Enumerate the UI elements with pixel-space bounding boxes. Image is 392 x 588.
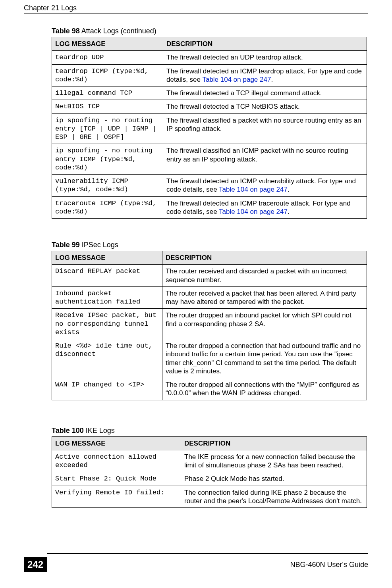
table-row: traceroute ICMP (type:%d, code:%d) The f… bbox=[52, 196, 367, 219]
table-row: vulnerability ICMP (type:%d, code:%d) Th… bbox=[52, 175, 367, 197]
table100-col2-header: DESCRIPTION bbox=[181, 436, 367, 450]
table98: LOG MESSAGE DESCRIPTION teardrop UDP The… bbox=[52, 37, 367, 219]
table98-caption-label: Table 98 bbox=[52, 27, 80, 35]
table100-caption: Table 100 IKE Logs bbox=[52, 427, 367, 435]
log-description: The router received and discarded a pack… bbox=[162, 265, 367, 287]
footer-guide: NBG-460N User's Guide bbox=[290, 561, 368, 569]
page-number: 242 bbox=[24, 557, 47, 572]
table-row: Receive IPSec packet, but no correspondi… bbox=[52, 309, 367, 339]
table-row: Active connection allowed exceeded The I… bbox=[52, 450, 367, 472]
cross-reference-link[interactable]: Table 104 on page 247 bbox=[219, 186, 288, 193]
page-content: Table 98 Attack Logs (continued) LOG MES… bbox=[52, 24, 367, 508]
table-header-row: LOG MESSAGE DESCRIPTION bbox=[52, 37, 367, 51]
table-row: NetBIOS TCP The firewall detected a TCP … bbox=[52, 100, 367, 113]
log-message: teardrop ICMP (type:%d, code:%d) bbox=[52, 64, 163, 86]
desc-text: The firewall detected a TCP illegal comm… bbox=[166, 89, 322, 97]
desc-text: The firewall detected an UDP teardrop at… bbox=[166, 54, 303, 61]
table-row: teardrop ICMP (type:%d, code:%d) The fir… bbox=[52, 64, 367, 86]
table98-col1-header: LOG MESSAGE bbox=[52, 37, 163, 51]
log-message: Discard REPLAY packet bbox=[52, 265, 162, 287]
log-description: The router dropped an inbound packet for… bbox=[162, 309, 367, 339]
log-message: traceroute ICMP (type:%d, code:%d) bbox=[52, 196, 163, 219]
header-rule bbox=[24, 13, 368, 13]
table100-col1-header: LOG MESSAGE bbox=[52, 436, 181, 450]
table99-col1-header: LOG MESSAGE bbox=[52, 251, 162, 265]
log-description: The connection failed during IKE phase 2… bbox=[181, 486, 367, 508]
log-message: Verifying Remote ID failed: bbox=[52, 486, 181, 508]
cross-reference-link[interactable]: Table 104 on page 247 bbox=[202, 76, 271, 83]
table99: LOG MESSAGE DESCRIPTION Discard REPLAY p… bbox=[52, 251, 367, 400]
log-message: ip spoofing - no routing entry [TCP | UD… bbox=[52, 113, 163, 144]
log-message: ip spoofing - no routing entry ICMP (typ… bbox=[52, 144, 163, 175]
table99-caption: Table 99 IPSec Logs bbox=[52, 241, 367, 249]
log-message: WAN IP changed to <IP> bbox=[52, 378, 162, 400]
log-description: The firewall detected an ICMP teardrop a… bbox=[163, 64, 367, 86]
log-description: Phase 2 Quick Mode has started. bbox=[181, 472, 367, 486]
log-description: The router received a packet that has be… bbox=[162, 286, 367, 309]
log-message: Active connection allowed exceeded bbox=[52, 450, 181, 472]
desc-text: The firewall classified a packet with no… bbox=[166, 117, 361, 133]
table-header-row: LOG MESSAGE DESCRIPTION bbox=[52, 251, 367, 265]
log-description: The router dropped all connections with … bbox=[162, 378, 367, 400]
log-description: The firewall detected a TCP illegal comm… bbox=[163, 86, 367, 100]
log-description: The firewall classified an ICMP packet w… bbox=[163, 144, 367, 175]
log-message: NetBIOS TCP bbox=[52, 100, 163, 113]
log-message: Rule <%d> idle time out, disconnect bbox=[52, 339, 162, 378]
cross-reference-link[interactable]: Table 104 on page 247 bbox=[219, 208, 288, 215]
table-row: ip spoofing - no routing entry [TCP | UD… bbox=[52, 113, 367, 144]
desc-text: . bbox=[288, 208, 290, 215]
log-description: The firewall classified a packet with no… bbox=[163, 113, 367, 144]
table98-caption-text: Attack Logs (continued) bbox=[80, 27, 156, 35]
desc-text: The firewall classified an ICMP packet w… bbox=[166, 147, 348, 163]
table-row: Verifying Remote ID failed: The connecti… bbox=[52, 486, 367, 508]
table-header-row: LOG MESSAGE DESCRIPTION bbox=[52, 436, 367, 450]
table98-col2-header: DESCRIPTION bbox=[163, 37, 367, 51]
table-row: teardrop UDP The firewall detected an UD… bbox=[52, 51, 367, 64]
table-row: Start Phase 2: Quick Mode Phase 2 Quick … bbox=[52, 472, 367, 486]
table99-col2-header: DESCRIPTION bbox=[162, 251, 367, 265]
table99-caption-label: Table 99 bbox=[52, 241, 80, 249]
table-row: ip spoofing - no routing entry ICMP (typ… bbox=[52, 144, 367, 175]
log-message: illegal command TCP bbox=[52, 86, 163, 100]
log-description: The firewall detected an ICMP vulnerabil… bbox=[163, 175, 367, 197]
table100-caption-label: Table 100 bbox=[52, 427, 84, 434]
footer-rule bbox=[47, 553, 368, 554]
table100-caption-text: IKE Logs bbox=[84, 427, 115, 434]
table100: LOG MESSAGE DESCRIPTION Active connectio… bbox=[52, 436, 367, 508]
log-description: The IKE process for a new connection fai… bbox=[181, 450, 367, 472]
table-row: Rule <%d> idle time out, disconnect The … bbox=[52, 339, 367, 378]
log-message: vulnerability ICMP (type:%d, code:%d) bbox=[52, 175, 163, 197]
log-message: teardrop UDP bbox=[52, 51, 163, 64]
log-message: Start Phase 2: Quick Mode bbox=[52, 472, 181, 486]
log-description: The firewall detected an UDP teardrop at… bbox=[163, 51, 367, 64]
desc-text: . bbox=[288, 186, 290, 193]
desc-text: . bbox=[271, 76, 273, 83]
header-chapter: Chapter 21 Logs bbox=[24, 4, 77, 12]
table-row: Discard REPLAY packet The router receive… bbox=[52, 265, 367, 287]
log-description: The firewall detected an ICMP traceroute… bbox=[163, 196, 367, 219]
log-description: The router dropped a connection that had… bbox=[162, 339, 367, 378]
table-row: illegal command TCP The firewall detecte… bbox=[52, 86, 367, 100]
table-row: WAN IP changed to <IP> The router droppe… bbox=[52, 378, 367, 400]
log-message: Inbound packet authentication failed bbox=[52, 286, 162, 309]
desc-text: The firewall detected a TCP NetBIOS atta… bbox=[166, 103, 300, 110]
table98-caption: Table 98 Attack Logs (continued) bbox=[52, 27, 367, 35]
table-row: Inbound packet authentication failed The… bbox=[52, 286, 367, 309]
log-description: The firewall detected a TCP NetBIOS atta… bbox=[163, 100, 367, 113]
table99-caption-text: IPSec Logs bbox=[80, 241, 118, 249]
log-message: Receive IPSec packet, but no correspondi… bbox=[52, 309, 162, 339]
